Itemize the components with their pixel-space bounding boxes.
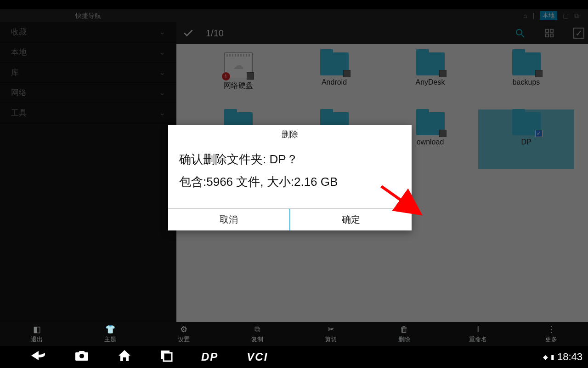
ok-button[interactable]: 确定	[289, 209, 412, 230]
toolbar-settings[interactable]: ⚙设置	[147, 322, 220, 346]
copy-icon: ⧉	[254, 325, 260, 334]
trash-icon: 🗑	[400, 325, 408, 334]
svg-rect-9	[164, 353, 172, 361]
toolbar-exit[interactable]: ◧退出	[0, 322, 74, 346]
toolbar-cut[interactable]: ✂剪切	[294, 322, 368, 346]
battery-icon: ▮	[551, 353, 554, 361]
home-icon[interactable]	[118, 349, 131, 365]
delete-dialog: 删除 确认删除文件夹: DP？ 包含:5966 文件, 大小:2.16 GB 取…	[168, 125, 412, 230]
toolbar-rename[interactable]: Ⅰ重命名	[441, 322, 514, 346]
clock: 18:43	[557, 351, 582, 363]
toolbar-theme[interactable]: 👕主题	[74, 322, 147, 346]
vci-logo[interactable]: VCI	[247, 351, 268, 363]
camera-icon[interactable]	[74, 350, 89, 365]
status-area[interactable]: ◆ ▮ 18:43	[543, 351, 588, 363]
cancel-button[interactable]: 取消	[168, 209, 289, 230]
toolbar-delete[interactable]: 🗑删除	[368, 322, 441, 346]
wifi-icon: ◆	[543, 353, 548, 361]
dialog-message-line2: 包含:5966 文件, 大小:2.16 GB	[179, 171, 401, 193]
dialog-buttons: 取消 确定	[168, 208, 412, 230]
gear-icon: ⚙	[180, 324, 187, 334]
back-icon[interactable]	[30, 349, 46, 365]
system-nav-bar: DP VCI ◆ ▮ 18:43	[0, 346, 588, 368]
exit-icon: ◧	[33, 324, 41, 334]
dialog-title: 删除	[168, 125, 412, 144]
recent-apps-icon[interactable]	[160, 349, 173, 365]
toolbar-copy[interactable]: ⧉复制	[220, 322, 294, 346]
bottom-toolbar: ◧退出 👕主题 ⚙设置 ⧉复制 ✂剪切 🗑删除 Ⅰ重命名 ⋮更多	[0, 322, 588, 346]
rename-icon: Ⅰ	[477, 324, 479, 334]
dialog-message-line1: 确认删除文件夹: DP？	[179, 148, 401, 171]
dp-logo[interactable]: DP	[201, 351, 218, 363]
theme-icon: 👕	[105, 324, 115, 334]
more-icon: ⋮	[547, 324, 555, 334]
toolbar-more[interactable]: ⋮更多	[514, 322, 588, 346]
svg-point-7	[79, 354, 84, 358]
dialog-body: 确认删除文件夹: DP？ 包含:5966 文件, 大小:2.16 GB	[168, 144, 412, 208]
cut-icon: ✂	[328, 324, 334, 334]
